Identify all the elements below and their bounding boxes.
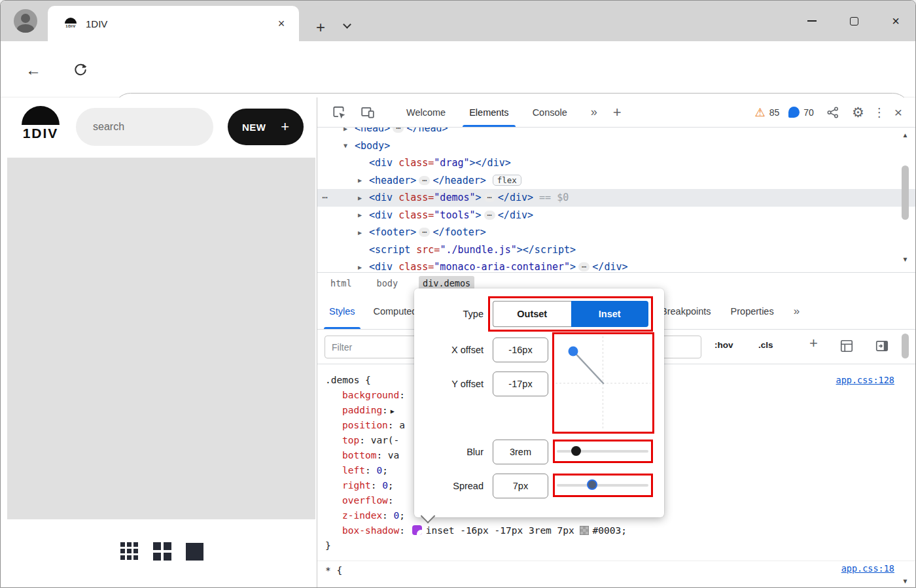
dom-tree-node[interactable]: ▶<div class="monaco-aria-container">⋯</d…: [317, 258, 916, 272]
window-controls: ×: [791, 1, 916, 41]
expand-dots-button[interactable]: ⋯: [484, 211, 495, 220]
search-input[interactable]: [76, 108, 213, 146]
kebab-menu-icon[interactable]: ⋮: [873, 105, 885, 120]
expand-dots-button[interactable]: ⋯: [419, 176, 430, 185]
new-style-rule-button[interactable]: +: [809, 335, 818, 352]
close-button[interactable]: ×: [875, 3, 916, 39]
devtools-tab-elements[interactable]: Elements: [457, 97, 520, 127]
hover-state-toggle[interactable]: :hov: [714, 340, 733, 350]
tree-arrow-icon[interactable]: ▶: [358, 229, 369, 236]
minimize-button[interactable]: [791, 3, 833, 39]
tree-arrow-icon[interactable]: ▶: [358, 211, 369, 218]
add-panel-icon[interactable]: +: [613, 104, 622, 121]
spread-input[interactable]: [493, 474, 548, 498]
dom-tree-node[interactable]: ▶<header>⋯</header>flex: [317, 172, 916, 190]
pane-tab-breakpoints[interactable]: Breakpoints: [661, 306, 711, 317]
new-tab-button[interactable]: +: [311, 18, 330, 37]
stylesheet-link-2[interactable]: app.css:18: [841, 561, 894, 576]
back-button[interactable]: ←: [20, 57, 46, 83]
stylesheet-link[interactable]: app.css:128: [836, 373, 894, 388]
devtools-tab-console[interactable]: Console: [521, 97, 579, 127]
site-logo: 1DIV: [19, 106, 62, 141]
blur-slider-thumb[interactable]: [571, 446, 581, 456]
pane-tab-styles[interactable]: Styles: [320, 293, 364, 329]
shadow-editor-icon[interactable]: [412, 525, 422, 535]
scrollbar-thumb[interactable]: [902, 334, 909, 358]
expand-dots-button[interactable]: ⋯: [484, 193, 495, 202]
tab-title: 1DIV: [86, 18, 273, 29]
tree-arrow-icon[interactable]: ▶: [358, 264, 369, 271]
css-selector-2[interactable]: * {: [325, 565, 342, 576]
single-view-button[interactable]: [186, 543, 203, 561]
y-offset-label: Y offset: [414, 379, 484, 389]
tab-close-icon[interactable]: ×: [273, 15, 290, 32]
breadcrumb-item-body[interactable]: body: [373, 276, 402, 290]
spread-slider[interactable]: [557, 480, 648, 491]
tab-list-chevron-icon[interactable]: [341, 20, 353, 32]
dom-tree-node[interactable]: ▶<footer>⋯</footer>: [317, 224, 916, 241]
blur-slider-track[interactable]: [557, 450, 648, 453]
x-offset-input[interactable]: [493, 337, 548, 362]
page-viewport: 1DIV NEW +: [1, 97, 317, 588]
tree-arrow-icon[interactable]: ▶: [358, 177, 369, 184]
blur-slider[interactable]: [557, 446, 648, 457]
grid-3x3-view-button[interactable]: [120, 542, 139, 561]
browser-tab[interactable]: 1DIV 1DIV ×: [48, 6, 299, 41]
gear-icon[interactable]: ⚙: [852, 105, 864, 120]
browser-toolbar: ← https://microsoftedge.github.io/Demos/…: [1, 41, 916, 97]
element-classes-toggle[interactable]: .cls: [758, 340, 773, 350]
tree-arrow-icon[interactable]: ▼: [344, 142, 355, 149]
maximize-button[interactable]: [833, 3, 875, 39]
dom-tree-node[interactable]: ▶<div class="tools">⋯</div>: [317, 207, 916, 224]
outset-button[interactable]: Outset: [493, 301, 571, 327]
profile-avatar[interactable]: [14, 9, 37, 33]
offset-2d-pad[interactable]: [554, 334, 652, 432]
css-selector[interactable]: .demos {: [325, 375, 371, 385]
warning-icon: ⚠: [755, 105, 766, 120]
computed-sidebar-icon[interactable]: [839, 339, 854, 353]
node-menu-dots[interactable]: ⋯: [322, 192, 328, 203]
tree-arrow-icon[interactable]: ▶: [344, 128, 355, 132]
grid-2x2-view-button[interactable]: [153, 542, 171, 561]
scroll-down-icon[interactable]: ▼: [900, 578, 911, 585]
issues-counter[interactable]: ⚠ 85: [755, 105, 780, 120]
y-offset-input[interactable]: [493, 372, 548, 396]
dom-tree-node[interactable]: <script src="./bundle.js"></script>: [317, 241, 916, 259]
scroll-down-icon[interactable]: ▼: [900, 256, 911, 263]
pane-tab-properties[interactable]: Properties: [731, 306, 774, 317]
color-swatch[interactable]: [580, 526, 589, 535]
scrollbar-thumb[interactable]: [902, 165, 909, 220]
more-tabs-icon[interactable]: »: [591, 105, 597, 119]
spread-slider-thumb[interactable]: [587, 479, 597, 490]
spread-label: Spread: [414, 481, 484, 491]
refresh-button[interactable]: [67, 57, 94, 83]
devtools-close-icon[interactable]: ×: [894, 105, 902, 120]
console-messages-counter[interactable]: 70: [788, 107, 814, 118]
open-sidebar-icon[interactable]: [875, 339, 889, 353]
tree-arrow-icon[interactable]: ▶: [358, 194, 369, 201]
scroll-up-icon[interactable]: ▲: [900, 131, 911, 139]
expand-dots-button[interactable]: ⋯: [393, 128, 404, 133]
elements-tree-scrollbar: ▲ ▼: [900, 129, 911, 272]
new-demo-button[interactable]: NEW +: [228, 109, 304, 145]
dom-tree-node[interactable]: <div class="drag"></div>: [317, 154, 916, 172]
css-declaration-box-shadow[interactable]: box-shadow: inset -16px -17px 3rem 7px #…: [317, 523, 916, 538]
type-label: Type: [414, 309, 484, 319]
dom-tree-node[interactable]: ⋯▶<div class="demos">⋯</div> == $0: [317, 189, 916, 207]
devtools-tab-welcome[interactable]: Welcome: [395, 97, 457, 127]
expand-dots-button[interactable]: ⋯: [578, 262, 590, 271]
dom-tree-node[interactable]: ▼<body>: [317, 137, 916, 155]
expand-dots-button[interactable]: ⋯: [419, 228, 430, 237]
spread-slider-track[interactable]: [557, 484, 648, 487]
breadcrumb-item-html[interactable]: html: [326, 276, 356, 290]
demos-canvas: [7, 158, 315, 519]
blur-input[interactable]: [493, 440, 548, 464]
connections-icon[interactable]: [823, 103, 843, 122]
device-toolbar-icon[interactable]: [358, 103, 378, 122]
inspect-element-icon[interactable]: [329, 103, 349, 122]
more-panes-icon[interactable]: »: [794, 305, 800, 318]
plus-icon: +: [281, 118, 289, 135]
dom-tree-node[interactable]: ▶<head>⋯</head>: [317, 128, 916, 137]
inset-button[interactable]: Inset: [571, 301, 649, 327]
flex-badge[interactable]: flex: [493, 175, 521, 186]
